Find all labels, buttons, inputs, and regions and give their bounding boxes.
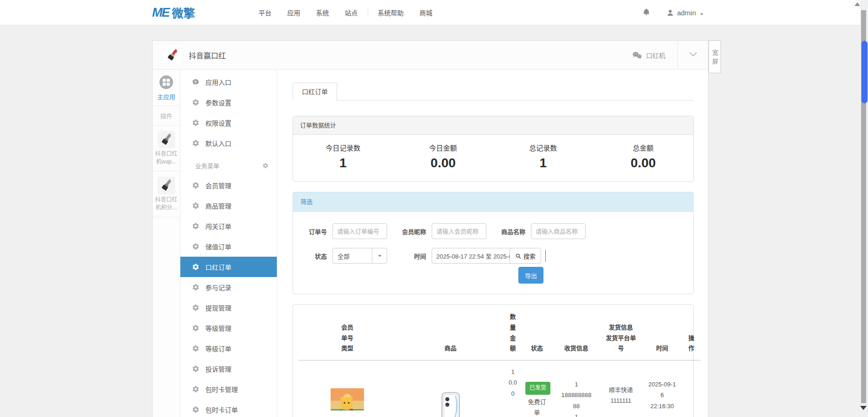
scrollbar-down-arrow[interactable] [860,406,867,410]
rail-plugin-points[interactable]: 抖音口红机积分... [153,171,180,217]
gear-icon [192,222,199,230]
filter-panel: 筛选 订单号 会员昵称 商品名称 状态 全部 [293,192,694,294]
nav-item-apps[interactable]: 应用 [280,8,308,17]
gear-icon[interactable] [262,163,268,169]
grid-icon [159,75,174,90]
sidebar-item-label: 闯关订单 [205,221,231,231]
cell-shipping: 顺丰快递 1111111 [600,360,642,417]
account-label: 口红机 [646,51,665,60]
nav-item-platform[interactable]: 平台 [251,8,280,17]
stat-today-records: 今日记录数 1 [293,143,393,171]
nav-item-store[interactable]: 商城 [412,8,440,17]
comment-icon [192,78,199,86]
sidebar-item-members[interactable]: 会员管理 [180,175,277,196]
order-no-input[interactable] [332,223,387,239]
sidebar-item-level-orders[interactable]: 等级订单 [180,338,277,359]
sidebar-item-level-pass-orders[interactable]: 闯关订单 [180,216,277,236]
rail-plugin-wap[interactable]: 抖音口红机wap... [153,126,180,171]
gear-icon [192,119,199,126]
search-button[interactable]: 搜索 [510,248,541,264]
sidebar-item-label: 等级订单 [205,344,231,353]
rail-main-app[interactable]: 主应用 [153,70,180,106]
app-card: 抖音赢口红 口红机 主应用 插件 抖音口红机wap... 抖音口红机积分... [152,40,708,417]
col-receiver: 收货信息 [553,305,600,360]
rail-plugin-points-label: 抖音口红机积分... [153,196,179,212]
sidebar-item-permissions[interactable]: 权限设置 [180,113,277,133]
wechat-icon [632,51,642,59]
nav-item-site[interactable]: 站点 [337,8,366,17]
notification-bell-icon[interactable] [642,8,651,17]
sidebar-item-label: 参数设置 [205,98,231,107]
tab-lipstick-orders[interactable]: 口红订单 [293,82,337,101]
col-time: 时间 [642,305,682,360]
sidebar-item-levels[interactable]: 等级管理 [180,318,277,338]
export-button[interactable]: 导出 [518,267,543,284]
sidebar-item-timecard-orders[interactable]: 包时卡订单 [180,399,277,417]
filter-panel-title: 筛选 [293,192,693,212]
status-label: 状态 [308,252,327,260]
sidebar-item-stored-value-orders[interactable]: 储值订单 [180,236,277,257]
collapse-header-button[interactable] [677,41,708,70]
nav-item-system[interactable]: 系统 [308,8,337,17]
cell-receiver: 1 18888888888 1 [553,360,600,417]
sidebar-item-label: 投诉管理 [205,364,231,373]
gear-icon [192,284,199,291]
stats-panel: 订单数据统计 今日记录数 1 今日金额 0.00 总记录数 1 [293,116,694,182]
sidebar-item-label: 参与记录 [205,283,231,292]
gear-icon [192,263,199,271]
sidebar-item-products[interactable]: 商品管理 [180,196,277,216]
app-rail: 主应用 插件 抖音口红机wap... 抖音口红机积分... [153,70,180,417]
scrollbar-thumb[interactable] [862,41,868,103]
sidebar-item-default-entry[interactable]: 默认入口 [180,133,277,153]
sidebar-item-participation[interactable]: 参与记录 [180,277,277,297]
scrollbar-up-arrow[interactable] [855,2,860,6]
gear-icon [192,99,199,106]
account-selector[interactable]: 口红机 [632,51,677,60]
stat-label: 今日金额 [393,143,493,152]
sidebar-item-label: 提现管理 [205,303,231,312]
gear-icon [192,202,199,209]
sidebar-item-app-entry[interactable]: 应用入口 [180,72,277,92]
rail-plugin-wap-label: 抖音口红机wap... [153,150,179,166]
table-header-row: 会员 单号 类型 商品 数量金额 状态 收货信息 发货信息 发货平台单号 时间 … [299,305,701,360]
status-select[interactable]: 全部 [332,248,387,264]
sidebar-item-label: 默认入口 [205,139,231,148]
stat-label: 总记录数 [493,143,594,152]
stat-label: 总金额 [593,143,693,152]
gear-icon [192,406,199,413]
gear-icon [192,139,199,147]
sidebar-item-label: 包时卡管理 [205,385,238,394]
logo-mark: ME [152,6,169,20]
weiengine-logo[interactable]: ME 微擎 [152,4,195,21]
cell-qty-amount: 1 0.00 [505,360,521,417]
product-image [437,380,464,415]
nickname-input[interactable] [432,223,486,239]
widescreen-toggle-button[interactable]: 宽屏 [708,40,721,73]
sidebar-item-label: 权限设置 [205,118,231,127]
gear-icon [192,345,199,352]
sidebar-item-label: 包时卡订单 [205,405,238,414]
sidebar-item-withdrawals[interactable]: 提现管理 [180,297,277,318]
sidebar-item-params[interactable]: 参数设置 [180,92,277,113]
col-actions: 操作 [682,305,701,360]
sidebar-item-lipstick-orders[interactable]: 口红订单 [180,257,277,277]
search-icon [515,253,521,259]
orders-table-panel: 会员 单号 类型 商品 数量金额 状态 收货信息 发货信息 发货平台单号 时间 … [293,304,694,417]
user-menu[interactable]: admin [666,9,704,17]
cell-member: R20250916221306626216866 实体订单 [299,360,396,417]
cell-time: 2025-09-16 22:16:30 [642,360,682,417]
nav-divider [368,9,368,16]
stats-panel-title: 订单数据统计 [293,116,693,135]
sidebar-item-timecard-mgmt[interactable]: 包时卡管理 [180,379,277,399]
menu-section-business: 业务菜单 [180,156,277,175]
product-name-input[interactable] [531,223,586,239]
sidebar-item-complaints[interactable]: 投诉管理 [180,359,277,379]
top-navbar: ME 微擎 平台 应用 系统 站点 系统帮助 商城 admin [0,0,868,25]
stat-value: 0.00 [393,156,493,171]
rail-plugins-label: 插件 [153,106,180,126]
user-icon [666,9,674,17]
nav-item-help[interactable]: 系统帮助 [370,8,412,17]
col-status: 状态 [521,305,553,360]
status-select-value: 全部 [333,252,372,260]
lipstick-plugin-icon [158,177,175,194]
